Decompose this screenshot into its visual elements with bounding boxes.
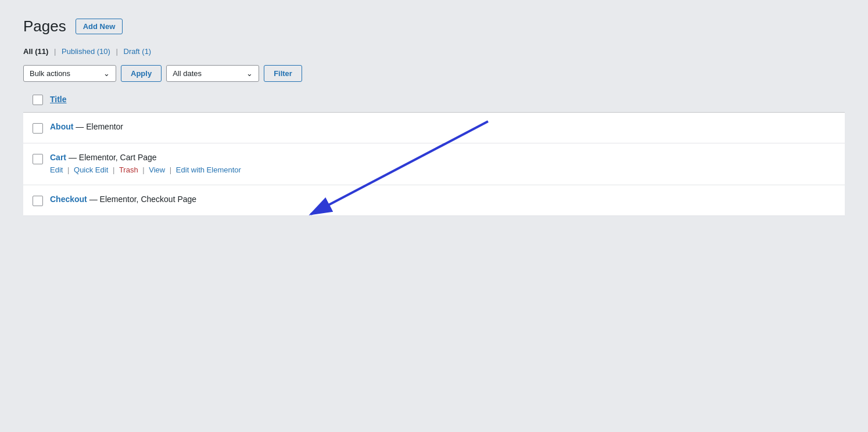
filter-links: All (11) | Published (10) | Draft (1) bbox=[23, 47, 845, 56]
action-separator: | bbox=[113, 165, 117, 174]
row-subtitle: — Elementor, Checkout Page bbox=[89, 195, 196, 204]
action-separator: | bbox=[142, 165, 146, 174]
row-checkbox-wrapper bbox=[33, 122, 43, 134]
table-row: About — Elementor bbox=[23, 113, 845, 143]
row-checkbox[interactable] bbox=[33, 154, 43, 164]
title-column-header[interactable]: Title bbox=[50, 95, 67, 104]
action-separator: | bbox=[67, 165, 71, 174]
row-title-link[interactable]: Cart bbox=[50, 153, 66, 162]
trash-link[interactable]: Trash bbox=[119, 165, 138, 174]
published-filter-link[interactable]: Published (10) bbox=[62, 47, 112, 56]
quick-edit-link[interactable]: Quick Edit bbox=[74, 165, 108, 174]
toolbar: Bulk actions ⌄ Apply All dates ⌄ Filter bbox=[23, 65, 845, 82]
draft-filter-link[interactable]: Draft (1) bbox=[124, 47, 152, 56]
row-content: About — Elementor bbox=[50, 122, 835, 131]
filter-separator-2: | bbox=[116, 47, 118, 56]
table-row: Cart — Elementor, Cart Page Edit | Quick… bbox=[23, 143, 845, 185]
edit-with-elementor-link[interactable]: Edit with Elementor bbox=[176, 165, 241, 174]
apply-button[interactable]: Apply bbox=[121, 65, 162, 82]
view-link[interactable]: View bbox=[149, 165, 165, 174]
row-content: Cart — Elementor, Cart Page Edit | Quick… bbox=[50, 153, 835, 174]
row-checkbox[interactable] bbox=[33, 196, 43, 206]
select-all-checkbox-wrapper bbox=[33, 93, 43, 105]
add-new-button[interactable]: Add New bbox=[76, 19, 123, 34]
page-title: Pages bbox=[23, 17, 66, 35]
row-title-link[interactable]: Checkout bbox=[50, 195, 87, 204]
table-header-row: Title bbox=[23, 87, 845, 113]
action-separator: | bbox=[170, 165, 174, 174]
row-subtitle: — Elementor bbox=[76, 122, 123, 131]
filter-button[interactable]: Filter bbox=[264, 65, 302, 82]
row-subtitle: — Elementor, Cart Page bbox=[69, 153, 157, 162]
row-title-link[interactable]: About bbox=[50, 122, 73, 131]
row-checkbox-wrapper bbox=[33, 153, 43, 164]
table-row: Checkout — Elementor, Checkout Page bbox=[23, 185, 845, 216]
row-checkbox-wrapper bbox=[33, 195, 43, 206]
page-header: Pages Add New bbox=[23, 17, 845, 35]
row-checkbox[interactable] bbox=[33, 123, 43, 134]
all-filter-label: All (11) bbox=[23, 47, 51, 56]
bulk-actions-dropdown[interactable]: Bulk actions ⌄ bbox=[23, 65, 116, 82]
dates-dropdown[interactable]: All dates ⌄ bbox=[166, 65, 259, 82]
edit-link[interactable]: Edit bbox=[50, 165, 63, 174]
row-actions: Edit | Quick Edit | Trash | View | Edit … bbox=[50, 165, 835, 174]
select-all-checkbox[interactable] bbox=[33, 95, 43, 105]
row-content: Checkout — Elementor, Checkout Page bbox=[50, 195, 835, 204]
pages-table: Title About — Elementor Cart — Elementor… bbox=[23, 87, 845, 216]
dates-chevron-icon: ⌄ bbox=[246, 69, 253, 78]
bulk-actions-chevron-icon: ⌄ bbox=[103, 69, 110, 78]
filter-separator-1: | bbox=[54, 47, 56, 56]
